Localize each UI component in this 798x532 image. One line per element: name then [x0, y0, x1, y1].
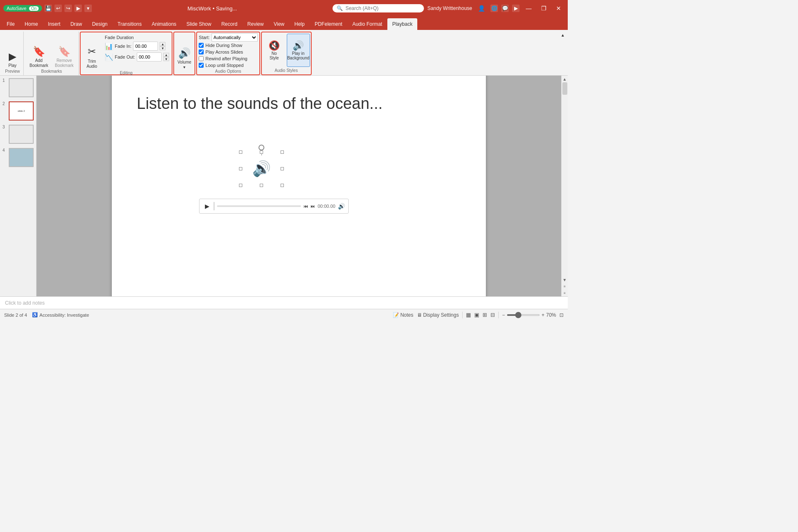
play-across-checkbox[interactable] [199, 49, 204, 54]
volume-highlighted: 🔊 Volume ▾ [173, 32, 195, 75]
audio-volume-button[interactable]: 🔊 [338, 203, 345, 209]
start-label: Start: [199, 35, 209, 40]
normal-view-button[interactable]: ▦ [466, 312, 471, 318]
handle-bc[interactable] [260, 184, 263, 187]
tab-view[interactable]: View [268, 18, 289, 30]
handle-mr[interactable] [281, 167, 284, 170]
slide-panel: 1 2 slide 2 3 4 [0, 76, 37, 296]
fade-out-down[interactable]: ▼ [163, 57, 169, 61]
fade-out-input[interactable] [137, 52, 162, 62]
slide-thumb-2[interactable]: 2 slide 2 [2, 101, 34, 121]
slide-img-4 [9, 148, 34, 167]
hide-during-show-label: Hide During Show [205, 43, 242, 48]
slide-num-4: 4 [2, 148, 7, 153]
slide-thumb-4[interactable]: 4 [2, 147, 34, 168]
zoom-minus-button[interactable]: − [502, 312, 505, 318]
search-input[interactable] [345, 5, 412, 11]
scroll-up-button[interactable]: ▲ [562, 76, 568, 82]
slide-sorter-button[interactable]: ▣ [474, 312, 479, 318]
share-icon[interactable]: 🌐 [490, 5, 498, 12]
fade-in-input[interactable] [133, 42, 158, 51]
start-select[interactable]: Automatically On Click In Click Sequence [212, 33, 258, 42]
add-bookmark-button[interactable]: 🔖 AddBookmark [27, 32, 51, 69]
handle-ml[interactable] [239, 167, 242, 170]
remove-bookmark-button[interactable]: 🔖 RemoveBookmark [52, 32, 76, 69]
tab-home[interactable]: Home [20, 18, 43, 30]
fade-out-up[interactable]: ▲ [163, 53, 169, 57]
handle-tc[interactable] [260, 150, 263, 154]
loop-until-label: Loop until Stopped [205, 63, 244, 68]
display-settings-button[interactable]: 🖥 Display Settings [417, 312, 459, 318]
maximize-button[interactable]: ❐ [538, 2, 549, 14]
audio-back-button[interactable]: ⏮ [303, 204, 308, 209]
audio-progress-bar[interactable] [217, 205, 301, 207]
close-button[interactable]: ✕ [553, 2, 564, 14]
fade-in-down[interactable]: ▼ [160, 46, 165, 50]
collapse-ribbon-button[interactable]: ▲ [559, 32, 566, 38]
tab-design[interactable]: Design [87, 18, 112, 30]
fade-out-spinner[interactable]: ▲ ▼ [163, 53, 169, 61]
reading-view-button[interactable]: ⊞ [483, 312, 487, 318]
volume-dropdown-icon: ▾ [183, 65, 185, 69]
hide-during-show-checkbox[interactable] [199, 43, 204, 48]
handle-bl[interactable] [239, 184, 242, 187]
audio-play-button[interactable]: ▶ [203, 202, 211, 210]
fade-in-up[interactable]: ▲ [160, 42, 165, 46]
handle-br[interactable] [281, 184, 284, 187]
save-icon[interactable]: 💾 [44, 5, 52, 12]
tab-file[interactable]: File [2, 18, 20, 30]
tab-record[interactable]: Record [216, 18, 242, 30]
play-in-background-button[interactable]: 🔊 Play inBackground [287, 34, 310, 67]
tab-audioformat[interactable]: Audio Format [347, 18, 387, 30]
present-icon[interactable]: ▶ [74, 5, 82, 12]
tab-insert[interactable]: Insert [43, 18, 65, 30]
notes-toggle[interactable]: 📝 Notes [393, 312, 414, 318]
undo-icon[interactable]: ↩ [54, 5, 62, 12]
handle-tl[interactable] [239, 150, 242, 154]
tab-help[interactable]: Help [289, 18, 310, 30]
rotate-handle[interactable] [259, 145, 264, 150]
fade-in-spinner[interactable]: ▲ ▼ [160, 42, 165, 50]
zoom-level: 70% [546, 312, 556, 318]
minimize-button[interactable]: — [523, 2, 534, 14]
accessibility-button[interactable]: ♿ Accessibility: Investigate [32, 312, 89, 318]
present-mode-icon[interactable]: ▶ [512, 5, 520, 12]
zoom-plus-button[interactable]: + [542, 312, 544, 318]
play-button[interactable]: ▶ Play [4, 32, 21, 69]
zoom-slider[interactable] [507, 314, 540, 316]
notes-area[interactable]: Click to add notes [0, 296, 568, 309]
autosave-toggle[interactable]: AutoSave On [3, 5, 42, 12]
tab-pdfelement[interactable]: PDFelement [310, 18, 347, 30]
rewind-after-label: Rewind after Playing [205, 56, 247, 61]
customize-icon[interactable]: ▾ [84, 5, 92, 12]
tab-playback[interactable]: Playback [387, 18, 418, 30]
fit-to-window-button[interactable]: ⊡ [559, 312, 564, 318]
presenter-view-button[interactable]: ⊟ [490, 312, 495, 318]
tab-animations[interactable]: Animations [147, 18, 181, 30]
audio-time: 00:00.00 [318, 204, 335, 209]
scroll-line-1[interactable]: ≡ [562, 283, 568, 290]
slide-thumb-3[interactable]: 3 [2, 124, 34, 145]
slide-thumb-1[interactable]: 1 [2, 77, 34, 98]
no-style-button[interactable]: 🔇 NoStyle [263, 34, 286, 67]
rewind-after-checkbox[interactable] [199, 56, 204, 61]
redo-icon[interactable]: ↪ [64, 5, 72, 12]
tab-draw[interactable]: Draw [65, 18, 87, 30]
comments-icon[interactable]: 💬 [501, 5, 509, 12]
loop-until-checkbox[interactable] [199, 63, 204, 68]
audio-element-container[interactable]: 🔊 [241, 145, 282, 185]
audio-next-button[interactable]: ⏭ [310, 204, 315, 209]
scroll-line-2[interactable]: ≡ [562, 290, 568, 296]
rewind-after-row: Rewind after Playing [199, 56, 257, 62]
handle-tr[interactable] [281, 150, 284, 154]
scroll-down-button[interactable]: ▼ [562, 276, 568, 283]
tab-review[interactable]: Review [242, 18, 268, 30]
scroll-thumb[interactable] [562, 82, 567, 95]
remove-bookmark-icon: 🔖 [58, 46, 71, 57]
tab-slideshow[interactable]: Slide Show [181, 18, 216, 30]
search-box[interactable]: 🔍 [332, 4, 424, 12]
avatar[interactable]: 👤 [475, 2, 487, 14]
volume-button[interactable]: 🔊 Volume ▾ [175, 37, 194, 70]
trim-audio-button[interactable]: ✂ TrimAudio [81, 33, 102, 70]
tab-transitions[interactable]: Transitions [113, 18, 147, 30]
